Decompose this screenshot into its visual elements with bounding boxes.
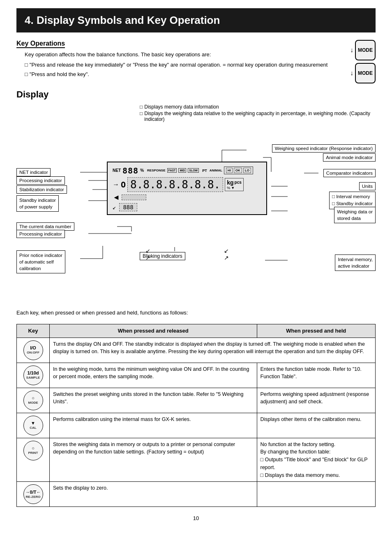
key-bot-sample: SAMPLE	[26, 376, 40, 380]
display-diagram: NET indicator Processing indicator Stabi…	[16, 125, 376, 301]
key-cell-sample: 1/10d SAMPLE	[17, 363, 50, 388]
key-held-print: No function at the factory setting. By c…	[257, 438, 376, 482]
key-top-mode: ○	[32, 395, 35, 401]
key-cell-onoff: I/O ON:OFF	[17, 338, 50, 363]
key-cell-mode: ○ MODE	[17, 388, 50, 413]
key-icon-rezero[interactable]: →0/T← RE-ZERO	[23, 484, 43, 504]
key-pressed-rezero: Sets the display to zero.	[50, 482, 257, 507]
key-ops-title: Key Operations	[16, 40, 65, 48]
table-row: ○ PRINT Stores the weighing data in memo…	[17, 438, 376, 482]
lcd-comparator: HI OK LO	[224, 166, 253, 174]
blink-right: ↙ ↗	[224, 247, 229, 261]
mode-arrow-bot: ↓	[350, 69, 353, 77]
blink-slash-left1: ↙	[145, 247, 150, 254]
key-ops-description: Key operation affects how the balance fu…	[25, 51, 347, 79]
blink-indicators: ↙ ↗ ↙ ↗	[107, 246, 267, 263]
stabilization-indicator-label: Stabilization indicator	[16, 185, 67, 194]
key-top-print: ○	[32, 446, 35, 451]
blink-slash-left2: ↗	[145, 254, 150, 261]
key-icon-mode[interactable]: ○ MODE	[23, 391, 43, 410]
col-key: Key	[17, 324, 50, 338]
lcd-standby-bar	[122, 194, 146, 200]
lcd-slash1: ↙	[113, 204, 116, 210]
key-cell-cal: ▼ CAL	[17, 413, 50, 438]
callout2-bullet: □	[140, 111, 143, 122]
lcd-animal: ANIMAL	[210, 169, 222, 172]
mode-arrow-top: ↓	[350, 46, 353, 54]
processing-indicator2-label: Processing indicator	[16, 230, 65, 238]
lcd-top-row: NET 888 % RESPONSE FAST MID SLOW PT ANIM…	[111, 165, 263, 176]
key-bot-onoff: ON:OFF	[27, 351, 39, 355]
key-icon-cal[interactable]: ▼ CAL	[23, 416, 43, 435]
lcd-net: NET	[113, 168, 121, 173]
lcd-fast: FAST	[167, 168, 177, 173]
key-cell-print: ○ PRINT	[17, 438, 50, 482]
key-icon-print[interactable]: ○ PRINT	[23, 441, 43, 460]
blink-slash-right2: ↗	[224, 254, 229, 261]
weighing-speed-label: Weighing speed indicator (Response indic…	[272, 144, 376, 153]
callout2: □ Displays the weighing data relative to…	[140, 111, 376, 122]
net-indicator-label: NET indicator	[16, 168, 51, 176]
blink-left: ↙ ↗	[145, 247, 150, 261]
prior-notice-label: Prior notice indicator of automatic self…	[16, 250, 65, 273]
key-pressed-sample: In the weighing mode, turns the minimum …	[50, 363, 257, 388]
page-number: 10	[16, 515, 376, 521]
key-ops-right: ↓ MODE ↓ MODE	[355, 40, 376, 83]
interval-active-label: Interval memory, active indicator	[335, 254, 376, 271]
table-intro: Each key, when pressed or when pressed a…	[16, 310, 376, 316]
page-title: 4. Display Symbols and Key Operation	[16, 8, 376, 32]
bullet2-text: "Press and hold the key".	[30, 70, 89, 79]
key-icon-onoff[interactable]: I/O ON:OFF	[23, 340, 43, 360]
lcd-arrow-down: ▼	[231, 186, 235, 190]
lcd-main-digits: 8.8.8.8.8.8.8.	[127, 177, 223, 192]
lcd-units-box: kg pcs % ▼	[225, 178, 244, 191]
key-pressed-cal: Performs calibration using the internal …	[50, 413, 257, 438]
key-ops-bullet1: □ "Press and release the key immediately…	[25, 61, 347, 69]
lcd-data-num: 888	[119, 203, 137, 211]
lcd-percent2: %	[227, 186, 230, 190]
key-bot-mode: MODE	[28, 401, 38, 405]
lcd-O: O	[121, 180, 126, 190]
callout2-text: Displays the weighing data relative to t…	[144, 111, 376, 122]
mode-button-top[interactable]: ↓ MODE	[355, 40, 376, 60]
lcd-kg: kg	[227, 179, 233, 186]
top-callouts: □ Displays memory data information □ Dis…	[16, 104, 376, 122]
lcd-display: NET 888 % RESPONSE FAST MID SLOW PT ANIM…	[107, 162, 267, 215]
table-row: →0/T← RE-ZERO Sets the display to zero.	[17, 482, 376, 507]
table-row: I/O ON:OFF Turns the display ON and OFF.…	[17, 338, 376, 363]
key-pressed-mode: Switches the preset weighing units store…	[50, 388, 257, 413]
key-held-rezero	[257, 482, 376, 507]
callout1-bullet: □	[140, 104, 143, 110]
lcd-pt: PT	[202, 169, 207, 173]
mode-button-bot[interactable]: ↓ MODE	[355, 63, 376, 83]
lcd-slow: SLOW	[188, 168, 199, 173]
key-table: Key When pressed and released When press…	[16, 324, 376, 507]
key-held-cal: Displays other items of the calibration …	[257, 413, 376, 438]
comparator-label: Comparator indicators	[323, 169, 376, 177]
key-held-print-text: No function at the factory setting. By c…	[261, 442, 368, 478]
mode-label-bot: MODE	[358, 70, 373, 76]
standby-indicator-label: Standby indicator of power supply	[16, 195, 59, 212]
callout1-text: Displays memory data information	[144, 104, 219, 110]
lcd-stab-arrow: →	[113, 181, 119, 188]
blink-slash-right1: ↙	[224, 247, 229, 254]
lcd-bottom-row: ↙ 888	[111, 202, 263, 212]
lcd-units-top-row: kg pcs	[227, 179, 242, 186]
mode-label-top: MODE	[358, 47, 373, 53]
lcd-standby-row: ◄	[111, 193, 263, 202]
key-ops-left: Key Operations Key operation affects how…	[16, 40, 347, 79]
table-header-row: Key When pressed and released When press…	[17, 324, 376, 338]
key-icon-sample[interactable]: 1/10d SAMPLE	[23, 365, 43, 385]
key-operations-section: Key Operations Key operation affects how…	[16, 40, 376, 83]
weighing-data-label: Weighing data or stored data	[334, 207, 376, 223]
comp-hi: HI	[226, 168, 233, 173]
key-held-sample: Enters the function table mode. Refer to…	[257, 363, 376, 388]
key-top-sample: 1/10d	[27, 370, 39, 376]
col-pressed: When pressed and released	[50, 324, 257, 338]
table-row: ▼ CAL Performs calibration using the int…	[17, 413, 376, 438]
units-label: Units	[359, 182, 376, 190]
lcd-standby-left: ◄	[113, 193, 120, 202]
key-desc-onoff: Turns the display ON and OFF. The standb…	[50, 338, 376, 363]
key-pressed-print: Stores the weighing data in memory or ou…	[50, 438, 257, 482]
key-ops-desc: Key operation affects how the balance fu…	[25, 51, 347, 59]
